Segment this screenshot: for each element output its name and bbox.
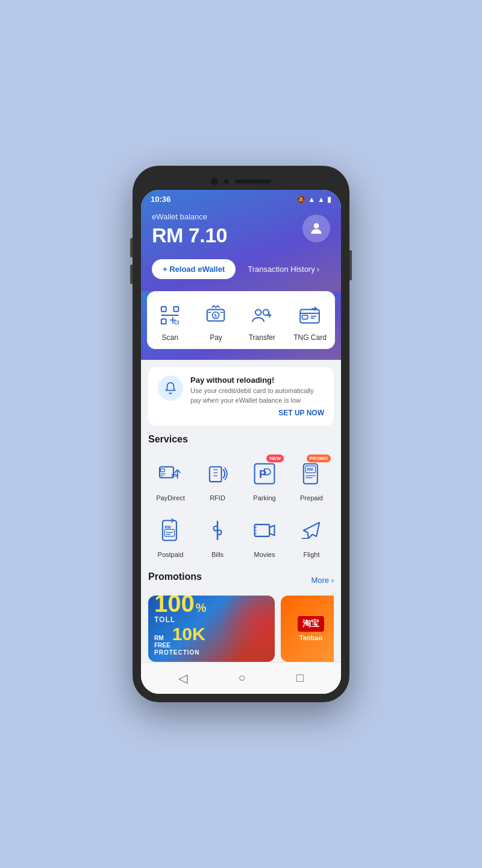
- bills-icon: [204, 517, 231, 544]
- svg-text:P: P: [259, 468, 266, 480]
- service-prepaid[interactable]: PROMO RM Prepaid: [289, 452, 334, 506]
- signal-icon: ▲: [318, 195, 325, 204]
- transfer-label: Transfer: [249, 333, 275, 342]
- toll-label: TOLL: [154, 615, 207, 624]
- svg-rect-40: [255, 524, 270, 536]
- status-icons: 🔕 ▲ ▲ ▮: [296, 195, 331, 204]
- svg-text:RM: RM: [307, 467, 314, 471]
- rfid-label: RFID: [210, 494, 225, 502]
- transaction-history-button[interactable]: Transaction History ›: [248, 265, 319, 274]
- promo-splash-bg: [221, 596, 275, 662]
- svg-rect-27: [210, 467, 222, 482]
- flight-icon: [298, 517, 325, 544]
- reload-ewallet-button[interactable]: + Reload eWallet: [152, 259, 236, 279]
- promo-percent-text: %: [196, 601, 207, 615]
- service-flight[interactable]: Flight: [289, 509, 334, 563]
- nav-home-button[interactable]: ○: [228, 668, 255, 687]
- svg-rect-17: [302, 315, 308, 319]
- paydirect-icon-wrap: RM: [154, 457, 187, 491]
- speaker: [235, 180, 271, 183]
- movies-icon-wrap: [248, 514, 281, 547]
- svg-rect-2: [174, 307, 178, 312]
- battery-icon: ▮: [327, 195, 331, 204]
- header-section: 10:36 🔕 ▲ ▲ ▮ eWallet balance RM 7.10: [141, 190, 341, 300]
- service-movies[interactable]: Movies: [242, 509, 287, 563]
- promo-rm-free: RMFREE: [154, 635, 171, 649]
- svg-rect-7: [175, 321, 178, 324]
- bills-icon-wrap: [201, 514, 234, 547]
- notif-description: Use your credit/debit card to automatica…: [190, 386, 324, 405]
- svg-point-14: [263, 310, 269, 316]
- postpaid-icon: RM: [157, 517, 184, 544]
- promo-card-taobao[interactable]: 淘宝 Taobao: [281, 596, 334, 662]
- tx-history-arrow: ›: [317, 265, 319, 274]
- quick-action-tng-card[interactable]: TNG Card: [293, 301, 327, 342]
- parking-icon: P: [251, 460, 278, 488]
- paydirect-label: PayDirect: [156, 494, 185, 502]
- profile-avatar[interactable]: [302, 215, 330, 242]
- services-title: Services: [148, 434, 334, 445]
- scan-icon-wrap: [155, 301, 184, 330]
- service-bills[interactable]: Bills: [195, 509, 240, 563]
- taobao-card: 淘宝 Taobao: [281, 596, 334, 662]
- svg-rect-1: [161, 307, 166, 312]
- postpaid-icon-wrap: RM: [154, 514, 187, 547]
- scan-icon: [158, 304, 181, 327]
- content-area: Pay without reloading! Use your credit/d…: [141, 360, 341, 662]
- notif-cta-button[interactable]: SET UP NOW: [190, 409, 324, 417]
- promo-hundred-row: 100 %: [154, 596, 207, 615]
- mute-icon: 🔕: [296, 195, 305, 204]
- tng-card-icon-wrap: [295, 301, 324, 330]
- promotions-section: Promotions More › 100 %: [148, 571, 334, 662]
- promo-rm-row: RMFREE 10K: [154, 625, 207, 649]
- wifi-icon: ▲: [308, 195, 315, 204]
- parking-badge-new: NEW: [266, 454, 284, 462]
- promotions-row: 100 % TOLL RMFREE 10K PROTECTION: [148, 596, 334, 662]
- notch-area: [141, 174, 341, 190]
- wallet-info: eWallet balance RM 7.10: [152, 212, 227, 247]
- sensor: [224, 179, 229, 184]
- wallet-area: eWallet balance RM 7.10: [141, 206, 341, 257]
- svg-text:$: $: [214, 313, 217, 318]
- prepaid-icon: RM: [298, 460, 325, 488]
- quick-action-pay[interactable]: $ Pay: [201, 301, 230, 342]
- nav-recents-button[interactable]: □: [287, 668, 313, 687]
- parking-label: Parking: [253, 494, 275, 502]
- pay-icon-wrap: $: [201, 301, 230, 330]
- transfer-icon-wrap: [248, 301, 277, 330]
- service-rfid[interactable]: RFID: [195, 452, 240, 506]
- notification-banner[interactable]: Pay without reloading! Use your credit/d…: [148, 367, 334, 426]
- service-paydirect[interactable]: RM PayDirect: [148, 452, 193, 506]
- notif-text-area: Pay without reloading! Use your credit/d…: [190, 376, 324, 417]
- promotions-more-link[interactable]: More ›: [311, 576, 334, 585]
- toll-promo-card: 100 % TOLL RMFREE 10K PROTECTION: [148, 596, 275, 662]
- pay-icon: $: [204, 304, 227, 327]
- flight-icon-wrap: [295, 514, 328, 547]
- power-button: [349, 250, 352, 280]
- prepaid-badge-promo: PROMO: [307, 454, 331, 462]
- quick-action-transfer[interactable]: Transfer: [248, 301, 277, 342]
- postpaid-label: Postpaid: [158, 551, 184, 558]
- promo-protection: PROTECTION: [154, 649, 207, 656]
- movies-label: Movies: [254, 551, 275, 558]
- pay-label: Pay: [210, 333, 222, 342]
- tng-card-icon: [298, 304, 321, 327]
- promo-main-content: 100 % TOLL RMFREE 10K PROTECTION: [154, 596, 207, 656]
- services-grid: RM PayDirect: [148, 452, 334, 563]
- svg-rect-3: [161, 319, 166, 324]
- promotions-header: Promotions More ›: [148, 571, 334, 590]
- service-postpaid[interactable]: RM Postpaid: [148, 509, 193, 563]
- volume-down-button: [130, 265, 133, 284]
- scan-label: Scan: [161, 333, 178, 342]
- front-camera: [211, 178, 218, 185]
- nav-back-button[interactable]: ◁: [169, 668, 197, 688]
- wallet-label: eWallet balance: [152, 212, 227, 221]
- quick-action-scan[interactable]: Scan: [155, 301, 184, 342]
- service-parking[interactable]: NEW P Parking: [242, 452, 287, 506]
- promo-card-toll[interactable]: 100 % TOLL RMFREE 10K PROTECTION: [148, 596, 275, 662]
- bottom-nav: ◁ ○ □: [141, 662, 341, 694]
- wallet-balance: RM 7.10: [152, 224, 227, 247]
- person-icon: [308, 221, 324, 236]
- promo-hundred-text: 100: [154, 596, 195, 615]
- action-row: + Reload eWallet Transaction History ›: [141, 257, 341, 281]
